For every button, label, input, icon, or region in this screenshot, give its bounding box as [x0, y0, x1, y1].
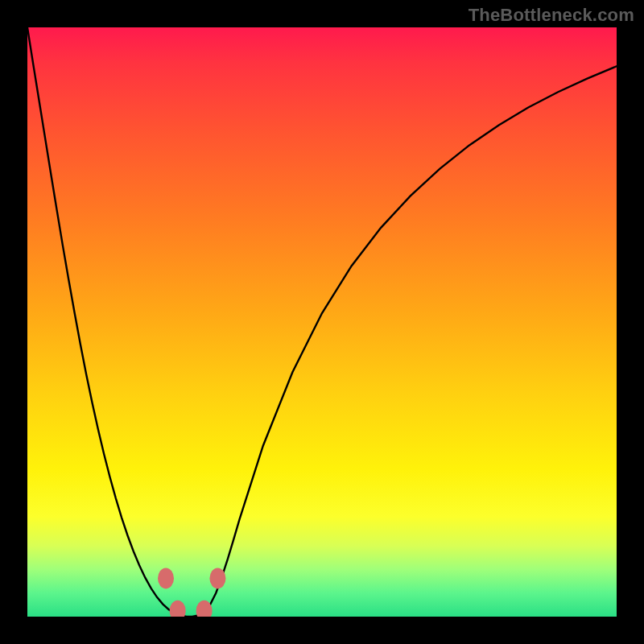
curve-marker — [158, 568, 174, 588]
curve-line — [27, 27, 617, 617]
bottleneck-curve — [27, 27, 617, 617]
watermark-text: TheBottleneck.com — [469, 5, 634, 26]
chart-frame: TheBottleneck.com — [0, 0, 644, 644]
curve-marker — [196, 601, 213, 617]
chart-plot-area — [27, 27, 617, 617]
curve-path — [27, 27, 617, 617]
curve-marker — [170, 601, 186, 617]
curve-marker — [209, 568, 225, 588]
